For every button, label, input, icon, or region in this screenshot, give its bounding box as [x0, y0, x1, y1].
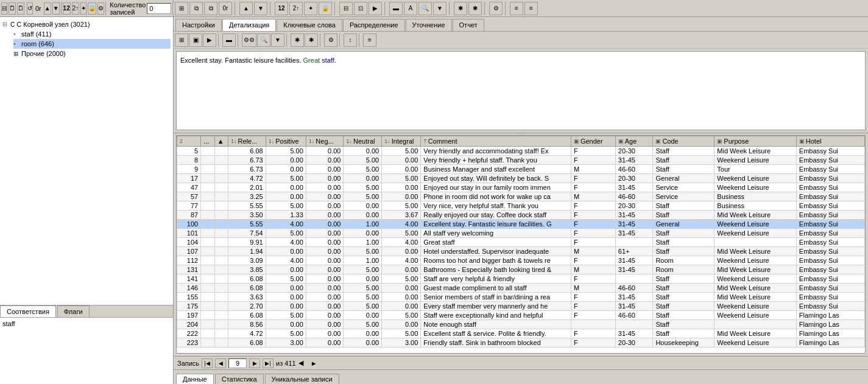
rtool-copy2[interactable]: ⧉	[204, 2, 217, 15]
toolbar-btn-lock[interactable]: 🔒	[88, 2, 96, 15]
col-header-id[interactable]: 2	[177, 136, 201, 147]
s-tool-5[interactable]: ⚙⚙	[242, 33, 256, 47]
rtool-gear[interactable]: ⚙	[489, 2, 503, 15]
table-row[interactable]: 873.501.330.000.003.67Really enjoyed our…	[177, 211, 865, 220]
toolbar-btn-up[interactable]: ▲	[44, 2, 51, 15]
table-row[interactable]: 86.730.000.005.000.00Very friendly + hel…	[177, 156, 865, 165]
s-tool-filter[interactable]: ▼	[271, 33, 284, 47]
col-header-pos[interactable]: 1↓Positive	[266, 136, 306, 147]
table-row[interactable]: 1416.085.000.000.005.00Staff are very he…	[177, 274, 865, 284]
table-row[interactable]: 1049.914.000.001.004.00Great staffFStaff…	[177, 238, 865, 247]
s-tool-starB[interactable]: ✱	[305, 33, 318, 47]
tab-kluchevye[interactable]: Ключевые слова	[277, 19, 342, 31]
rtool-aa[interactable]: A	[404, 2, 417, 15]
toolbar-btn-num[interactable]: 12	[63, 2, 71, 15]
col-header-sort[interactable]: ▲	[214, 136, 228, 147]
count-input[interactable]	[147, 3, 171, 14]
col-header-hotel[interactable]: ▣Hotel	[796, 136, 864, 147]
table-row[interactable]: 573.250.000.005.000.00Phone in room did …	[177, 192, 865, 201]
rtool-starx[interactable]: ✱	[468, 2, 482, 15]
col-header-gender[interactable]: ▣Gender	[571, 136, 615, 147]
col-header-rele[interactable]: 1↓Rele...	[228, 136, 266, 147]
s-tool-sort[interactable]: ↕	[344, 33, 357, 47]
rtool-0r[interactable]: 0r	[219, 2, 232, 15]
action-tab-stat[interactable]: Статистика	[215, 374, 264, 384]
toolbar-btn-2x[interactable]: 2↑	[72, 2, 80, 15]
s-tool-4[interactable]: ▬	[222, 33, 236, 47]
rtool-search[interactable]: 🔍	[418, 2, 432, 15]
col-header-dots[interactable]: ...	[201, 136, 214, 147]
tab-nastroyki[interactable]: Настройки	[175, 19, 222, 31]
rtool-flat[interactable]: ⊡	[354, 2, 367, 15]
col-header-neu[interactable]: 1↓Neutral	[344, 136, 382, 147]
col-header-code[interactable]: ▣Code	[653, 136, 715, 147]
rtool-copy[interactable]: ⧉	[189, 2, 203, 15]
table-row[interactable]: 1466.080.000.005.000.00Guest made compli…	[177, 284, 865, 293]
rtool-star2[interactable]: ✱	[454, 2, 467, 15]
table-row[interactable]: 775.555.000.000.005.00Very nice, very he…	[177, 201, 865, 211]
table-row[interactable]: 1313.850.000.005.000.00Bathrooms - Espec…	[177, 265, 865, 274]
table-row[interactable]: 2236.083.000.000.003.00Friendly staff. S…	[177, 338, 865, 347]
col-header-purpose[interactable]: ▣Purpose	[715, 136, 797, 147]
toolbar-btn-2[interactable]: 🗒	[9, 2, 16, 15]
toolbar-btn-star[interactable]: ✦	[80, 2, 86, 15]
toolbar-btn-3[interactable]: 🗒	[17, 2, 24, 15]
s-tool-3[interactable]: ▶	[203, 33, 216, 47]
rtool-grid[interactable]: ⊞	[175, 2, 188, 15]
col-header-neg[interactable]: 1↓Neg...	[306, 136, 344, 147]
rtool-rec[interactable]: ▬	[389, 2, 403, 15]
rtool-grid2[interactable]: ⊟	[339, 2, 353, 15]
nav-current[interactable]	[228, 358, 247, 368]
nav-next[interactable]: ▶	[249, 358, 260, 368]
table-row[interactable]: 56.085.000.000.005.00Very friendly and a…	[177, 147, 865, 156]
toolbar-btn-gear[interactable]: ⚙	[97, 2, 104, 15]
toolbar-btn-undo[interactable]: ↺	[27, 2, 33, 15]
tab-detalizatsiya[interactable]: Детализация	[222, 19, 276, 31]
rtool-right[interactable]: ▶	[369, 2, 382, 15]
s-tool-1[interactable]: ⊞	[175, 33, 188, 47]
s-tool-2[interactable]: ▣	[189, 33, 202, 47]
s-tool-search[interactable]: 🔍	[257, 33, 270, 47]
action-tab-unique[interactable]: Уникальные записи	[265, 374, 339, 384]
rtool-12[interactable]: 12	[275, 2, 288, 15]
tab-utochnenie[interactable]: Уточнение	[406, 19, 452, 31]
rtool-star[interactable]: ✦	[304, 2, 317, 15]
col-header-comment[interactable]: TComment	[421, 136, 571, 147]
rtool-dn[interactable]: ▼	[254, 2, 267, 15]
rtool-up[interactable]: ▲	[239, 2, 253, 15]
action-tab-data[interactable]: Данные	[176, 374, 214, 384]
toolbar-btn-1[interactable]: ⊟	[1, 2, 7, 15]
table-row[interactable]: 174.725.000.000.005.00Enjoyed out stay. …	[177, 174, 865, 183]
table-row[interactable]: 1976.085.000.000.005.00Staff were except…	[177, 311, 865, 320]
tab-flagi[interactable]: Флаги	[57, 305, 90, 317]
table-row[interactable]: 1005.554.000.001.004.00Excellent stay. F…	[177, 220, 865, 229]
nav-first[interactable]: |◀	[202, 358, 213, 368]
tab-otchet[interactable]: Отчет	[453, 19, 484, 31]
s-tool-starA[interactable]: ✱	[291, 33, 304, 47]
s-tool-gear[interactable]: ⚙	[324, 33, 337, 47]
table-row[interactable]: 1071.940.000.005.000.00Hotel understaffe…	[177, 247, 865, 256]
table-row[interactable]: 1553.630.000.005.000.00Senior members of…	[177, 293, 865, 302]
table-row[interactable]: 1017.545.000.000.005.00All staff very we…	[177, 229, 865, 238]
table-row[interactable]: 1123.094.000.001.004.00Rooms too hot and…	[177, 256, 865, 265]
s-tool-lines[interactable]: ≡	[363, 33, 376, 47]
toolbar-btn-down[interactable]: ▼	[52, 2, 60, 15]
rtool-list2[interactable]: ≡	[524, 2, 538, 15]
tab-raspredelenie[interactable]: Распределение	[343, 19, 405, 31]
table-row[interactable]: 96.730.000.005.000.00Business Manager an…	[177, 165, 865, 174]
col-header-int[interactable]: 1↓Integral	[382, 136, 421, 147]
table-row[interactable]: 1752.700.000.005.000.00Every staff membe…	[177, 302, 865, 311]
rtool-filter[interactable]: ▼	[433, 2, 446, 15]
nav-prev[interactable]: ◀	[215, 358, 226, 368]
table-row[interactable]: 472.010.000.005.000.00Enjoyed our stay i…	[177, 183, 865, 192]
tree-item-staff[interactable]: ▪ staff (411)	[13, 29, 171, 39]
rtool-list[interactable]: ≡	[510, 2, 523, 15]
table-row[interactable]: 2048.560.000.005.000.00Note enough staff…	[177, 320, 865, 329]
col-header-age[interactable]: ▣Age	[615, 136, 653, 147]
rtool-lock[interactable]: 🔒	[319, 2, 332, 15]
tree-root[interactable]: ⊟ C C Корневой узел (3021)	[2, 19, 171, 29]
tree-item-other[interactable]: ▦ Прочие (2000)	[13, 49, 171, 58]
nav-last[interactable]: ▶|	[263, 358, 273, 368]
table-row[interactable]: 2224.725.000.000.005.00Excellent staff &…	[177, 329, 865, 338]
tree-item-room[interactable]: ▪ room (646)	[13, 39, 171, 49]
